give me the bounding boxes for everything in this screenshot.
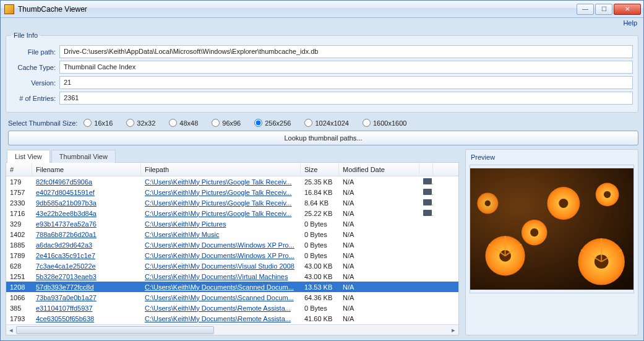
cell-filename-link[interactable]: e31104107ffd5937 [36,304,93,312]
cell-filepath-link[interactable]: C:\Users\Keith\My Pictures\Google Talk R… [145,189,291,196]
titlebar[interactable]: ThumbCache Viewer — ☐ ✕ [1,1,643,18]
table-row[interactable]: 1402788a6b872b6d20a1C:\Users\Keith\My Mu… [6,229,458,240]
radio-48x48[interactable] [169,119,177,127]
thumbnail-size-96x96[interactable]: 96x96 [212,119,241,127]
table-body: 17982fc0f4967d5906aC:\Users\Keith\My Pic… [6,176,458,324]
cell-filepath-link[interactable]: C:\Users\Keith\My Pictures\Google Talk R… [145,178,291,186]
cell-filename-link[interactable]: 9db585a21b097b3a [36,199,97,207]
cell-size: 0 Bytes [301,304,339,312]
cell-filepath-link[interactable]: C:\Users\Keith\My Pictures\Google Talk R… [145,199,291,207]
tab-list-view[interactable]: List View [7,150,50,163]
minimize-button[interactable]: — [577,4,594,15]
thumbnail-size-48x48[interactable]: 48x48 [169,119,198,127]
table-row[interactable]: 17892e416ca35c91c1e7C:\Users\Keith\My Do… [6,250,458,261]
scroll-thumb[interactable] [16,326,214,334]
cell-filepath-link[interactable]: C:\Users\Keith\My Documents\Virtual Mach… [145,273,288,280]
radio-96x96[interactable] [212,119,220,127]
cell-filename-link[interactable]: 73ba937a0e0b1a27 [36,294,97,301]
cell-size: 25.22 KB [301,210,339,217]
col-number[interactable]: # [6,163,32,176]
col-icon[interactable] [419,163,433,176]
radio-32x32[interactable] [126,119,134,127]
cell-filename: a6dac9d29d642a3 [32,241,141,249]
cell-number: 329 [6,220,32,228]
tab-thumbnail-view[interactable]: Thumbnail View [51,150,116,163]
table-row[interactable]: 6287c3ae4ca1e25022eC:\Users\Keith\My Doc… [6,261,458,271]
table-row[interactable]: 385e31104107ffd5937C:\Users\Keith\My Doc… [6,303,458,313]
view-tabs: List View Thumbnail View [6,150,459,163]
cell-size: 0 Bytes [301,231,339,238]
col-filename[interactable]: Filename [32,163,141,176]
radio-16x16[interactable] [84,119,92,127]
cell-date: N/A [339,283,419,291]
col-modified-date[interactable]: Modified Date [339,163,419,176]
cell-icon [419,189,433,196]
cell-date: N/A [339,220,419,228]
horizontal-scrollbar[interactable]: ◂ ▸ [6,324,458,335]
cell-filepath-link[interactable]: C:\Users\Keith\My Music [145,231,219,238]
cell-filename-link[interactable]: a6dac9d29d642a3 [36,241,92,249]
radio-256x256[interactable] [254,119,262,127]
table-row[interactable]: 1757e4027d80451591efC:\Users\Keith\My Pi… [6,187,458,197]
preview-title: Preview [470,153,634,161]
thumbnail-size-1600x1600[interactable]: 1600x1600 [363,119,406,127]
thumbnail-size-16x16[interactable]: 16x16 [84,119,113,127]
close-button[interactable]: ✕ [614,4,641,15]
cell-date: N/A [339,199,419,207]
cell-filepath-link[interactable]: C:\Users\Keith\My Pictures\Google Talk R… [145,210,291,217]
cell-filename-link[interactable]: e93b14737ea52a76 [36,220,97,228]
cell-filename-link[interactable]: 2e416ca35c91c1e7 [36,252,95,259]
col-filepath[interactable]: Filepath [141,163,301,176]
cachetype-value[interactable]: Thumbnail Cache Index [59,61,633,74]
cell-filename: 82fc0f4967d5906a [32,178,141,186]
cell-filename-link[interactable]: 82fc0f4967d5906a [36,178,92,186]
table-row[interactable]: 23309db585a21b097b3aC:\Users\Keith\My Pi… [6,197,458,208]
menu-help[interactable]: Help [623,19,637,27]
cell-filepath-link[interactable]: C:\Users\Keith\My Documents\Remote Assis… [145,315,291,322]
entries-value[interactable]: 2361 [59,92,633,105]
radio-label: 48x48 [179,119,198,127]
cell-filepath-link[interactable]: C:\Users\Keith\My Documents\Scanned Docu… [145,294,294,301]
cell-filename-link[interactable]: 5b328e27013eaeb3 [36,273,97,280]
thumbnail-size-32x32[interactable]: 32x32 [126,119,155,127]
cell-filename-link[interactable]: 43e22b2ee8b3d84a [36,210,97,217]
table-row[interactable]: 106673ba937a0e0b1a27C:\Users\Keith\My Do… [6,292,458,303]
lookup-thumbnail-paths-button[interactable]: Lookup thumbnail paths... [8,131,638,145]
cell-filename-link[interactable]: 7c3ae4ca1e25022e [36,262,96,270]
col-size[interactable]: Size [301,163,339,176]
cell-filepath-link[interactable]: C:\Users\Keith\My Documents\Scanned Docu… [145,283,294,291]
cell-filename-link[interactable]: e4027d80451591ef [36,189,95,196]
table-row[interactable]: 329e93b14737ea52a76C:\Users\Keith\My Pic… [6,218,458,229]
thumbnail-size-256x256[interactable]: 256x256 [254,119,291,127]
thumbnail-size-row: Select Thumbnail Size: 16x1632x3248x4896… [6,118,638,131]
cell-number: 628 [6,262,32,270]
cell-filepath-link[interactable]: C:\Users\Keith\My Pictures [145,220,226,228]
cell-filename-link[interactable]: 788a6b872b6d20a1 [36,231,97,238]
thumbnail-size-1024x1024[interactable]: 1024x1024 [304,119,348,127]
cell-filename: 788a6b872b6d20a1 [32,231,141,238]
radio-1600x1600[interactable] [363,119,371,127]
disk-icon [423,189,432,195]
cell-filepath-link[interactable]: C:\Users\Keith\My Documents\Windows XP P… [145,252,294,259]
version-value[interactable]: 21 [59,76,633,89]
table-row[interactable]: 1885a6dac9d29d642a3C:\Users\Keith\My Doc… [6,240,458,250]
cell-size: 64.36 KB [301,294,339,301]
cell-filepath-link[interactable]: C:\Users\Keith\My Documents\Remote Assis… [145,304,291,312]
cell-filename-link[interactable]: 57db393e772fcc8d [36,283,94,291]
maximize-button[interactable]: ☐ [595,4,612,15]
cell-filepath-link[interactable]: C:\Users\Keith\My Documents\Windows XP P… [145,241,294,249]
filepath-value[interactable]: Drive-C:\users\Keith\AppData\Local\Micro… [59,45,633,58]
table-row[interactable]: 17934ce630550f65b638C:\Users\Keith\My Do… [6,313,458,324]
radio-1024x1024[interactable] [304,119,312,127]
scroll-left-arrow[interactable]: ◂ [6,325,16,335]
table-row[interactable]: 17982fc0f4967d5906aC:\Users\Keith\My Pic… [6,176,458,187]
table-row[interactable]: 171643e22b2ee8b3d84aC:\Users\Keith\My Pi… [6,208,458,218]
disk-icon [423,199,432,205]
svg-point-4 [559,199,568,208]
cell-number: 1757 [6,189,32,196]
table-row[interactable]: 12515b328e27013eaeb3C:\Users\Keith\My Do… [6,271,458,282]
scroll-right-arrow[interactable]: ▸ [449,325,458,335]
cell-filepath-link[interactable]: C:\Users\Keith\My Documents\Visual Studi… [145,262,294,270]
table-row[interactable]: 120857db393e772fcc8dC:\Users\Keith\My Do… [6,282,458,292]
cell-filename-link[interactable]: 4ce630550f65b638 [36,315,94,322]
